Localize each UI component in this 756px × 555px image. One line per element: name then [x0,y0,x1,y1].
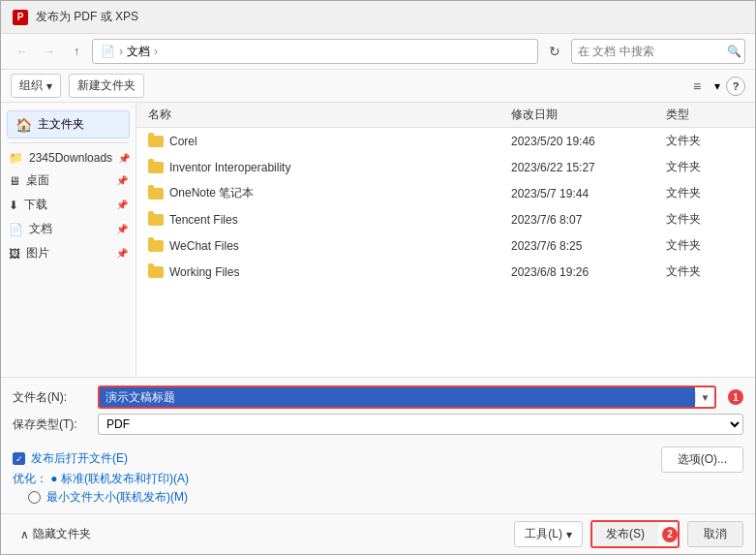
file-name-cell: Working Files [148,265,511,279]
pin-icon-desktop: 📌 [116,175,128,186]
sidebar-documents-icon: 📄 [9,223,23,236]
left-options: ✓ 发布后打开文件(E) 优化： ● 标准(联机发布和打印)(A) 最小文件大小… [13,450,189,508]
app-icon: P [13,10,28,25]
file-type: 文件夹 [666,237,743,254]
file-date: 2023/7/6 8:07 [511,213,666,227]
bottom-area: 文件名(N): ▼ 1 保存类型(T): PDF [1,377,755,450]
sidebar-item-label-downloads: 下载 [24,197,47,213]
optimize-standard-inline: 标准(联机发布和打印)(A) [61,472,189,485]
filename-input-wrapper: ▼ [98,385,716,409]
radio-group: 最小文件大小(联机发布)(M) [28,490,189,506]
file-date: 2023/6/22 15:27 [511,161,666,174]
file-name: WeChat Files [169,239,239,253]
folder-icon [148,188,164,200]
view-button[interactable]: ≡ [685,75,709,98]
radio-minimum-label: 最小文件大小(联机发布)(M) [46,490,188,506]
open-after-publish-label: 发布后打开文件(E) [31,450,128,467]
sidebar: 🏠 主文件夹 📁 2345Downloads 📌 🖥 桌面 📌 ⬇ 下载 📌 📄 [1,103,136,377]
sidebar-folder-icon-2345: 📁 [9,151,23,165]
file-date: 2023/5/20 19:46 [511,135,666,148]
collapse-button[interactable]: ∧ 隐藏文件夹 [13,522,99,546]
breadcrumb[interactable]: 📄 › 文档 › [92,39,538,64]
new-folder-button[interactable]: 新建文件夹 [69,74,144,98]
sidebar-item-downloads[interactable]: ⬇ 下载 📌 [1,193,136,217]
sidebar-download-icon: ⬇ [9,199,18,212]
refresh-button[interactable]: ↻ [542,39,567,64]
pin-icon-downloads: 📌 [116,200,128,210]
checkbox-row: ✓ 发布后打开文件(E) [13,450,189,467]
search-icon: 🔍 [727,45,741,58]
folder-icon [148,214,164,226]
sidebar-pictures-icon: 🖼 [9,247,20,261]
file-date: 2023/7/6 8:25 [511,239,666,253]
file-name: Working Files [169,265,239,279]
table-row[interactable]: Working Files 2023/6/8 19:26 文件夹 [136,259,755,285]
breadcrumb-sep: › [119,45,123,58]
forward-button[interactable]: → [38,40,61,63]
badge-1: 1 [728,389,743,405]
file-list-header: 名称 修改日期 类型 [136,103,755,128]
filename-dropdown-button[interactable]: ▼ [695,392,714,403]
filename-row: 文件名(N): ▼ 1 [13,385,743,409]
table-row[interactable]: Corel 2023/5/20 19:46 文件夹 [136,128,755,154]
file-name: Inventor Interoperability [169,161,290,174]
file-date: 2023/5/7 19:44 [511,187,666,200]
bottom-actions: ∧ 隐藏文件夹 工具(L) ▾ 发布(S) 2 取消 [1,513,755,554]
table-row[interactable]: Inventor Interoperability 2023/6/22 15:2… [136,154,755,180]
table-row[interactable]: WeChat Files 2023/7/6 8:25 文件夹 [136,232,755,259]
folder-icon [148,162,164,173]
file-type: 文件夹 [666,133,743,149]
main-window: P 发布为 PDF 或 XPS ← → ↑ 📄 › 文档 › ↻ 🔍 [0,0,756,555]
file-type: 文件夹 [666,185,743,201]
sidebar-item-label-documents: 文档 [29,221,52,237]
file-type: 文件夹 [666,263,743,280]
publish-button[interactable]: 发布(S) [592,522,658,546]
open-after-publish-checkbox[interactable]: ✓ [13,452,25,465]
folder-icon [148,136,164,147]
pin-icon-2345: 📌 [118,153,130,164]
sidebar-desktop-icon: 🖥 [9,174,20,188]
file-list: 名称 修改日期 类型 Corel 2023/5/20 19:46 文件夹 Inv… [136,103,755,377]
organize-chevron-icon: ▾ [46,79,52,93]
toolbar-divider: ▾ [714,79,720,93]
badge-2: 2 [662,527,678,542]
back-button[interactable]: ← [11,40,34,63]
radio-minimum[interactable] [28,491,41,504]
tools-chevron-icon: ▾ [566,528,572,541]
search-box: 🔍 [571,39,745,64]
tools-button[interactable]: 工具(L) ▾ [514,521,583,547]
file-name: Tencent Files [169,213,238,227]
sidebar-item-pictures[interactable]: 🖼 图片 📌 [1,241,136,265]
filename-input[interactable] [100,387,695,407]
sidebar-home[interactable]: 🏠 主文件夹 [7,110,130,139]
filetype-select[interactable]: PDF [98,414,743,435]
col-header-name: 名称 [148,107,511,123]
sidebar-item-2345downloads[interactable]: 📁 2345Downloads 📌 [1,147,136,169]
file-type: 文件夹 [666,159,743,175]
breadcrumb-sep2: › [154,45,158,58]
options-area: ✓ 发布后打开文件(E) 优化： ● 标准(联机发布和打印)(A) 最小文件大小… [1,450,755,513]
window-title: 发布为 PDF 或 XPS [36,9,743,25]
file-name-cell: WeChat Files [148,239,511,253]
organize-button[interactable]: 组织 ▾ [11,74,61,98]
file-name-cell: Tencent Files [148,213,511,227]
up-button[interactable]: ↑ [65,40,88,63]
table-row[interactable]: OneNote 笔记本 2023/5/7 19:44 文件夹 [136,180,755,206]
nav-toolbar: ← → ↑ 📄 › 文档 › ↻ 🔍 [1,34,755,70]
breadcrumb-icon: 📄 [101,45,115,58]
filetype-row: 保存类型(T): PDF [13,414,743,435]
folder-icon [148,266,164,278]
sidebar-item-documents[interactable]: 📄 文档 📌 [1,217,136,241]
sidebar-item-desktop[interactable]: 🖥 桌面 📌 [1,169,136,193]
sidebar-home-label: 主文件夹 [38,116,84,133]
file-date: 2023/6/8 19:26 [511,265,666,279]
optimize-dot: ● [50,472,57,485]
cancel-button[interactable]: 取消 [687,521,743,547]
radio-row-minimum: 最小文件大小(联机发布)(M) [28,490,189,506]
help-button[interactable]: ? [726,77,745,96]
search-input[interactable] [578,45,723,58]
file-name-cell: OneNote 笔记本 [148,185,511,201]
sidebar-item-label-desktop: 桌面 [26,172,49,189]
options-button[interactable]: 选项(O)... [661,447,743,473]
table-row[interactable]: Tencent Files 2023/7/6 8:07 文件夹 [136,206,755,232]
